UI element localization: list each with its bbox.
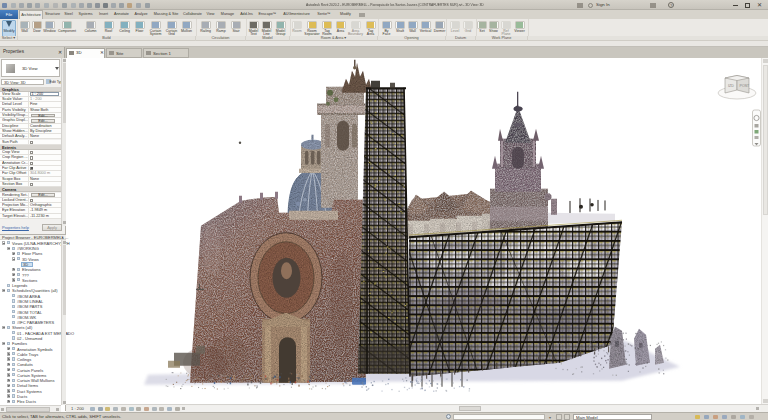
svg-text:POST: POST xyxy=(740,84,751,88)
svg-text:IZD: IZD xyxy=(728,84,734,88)
